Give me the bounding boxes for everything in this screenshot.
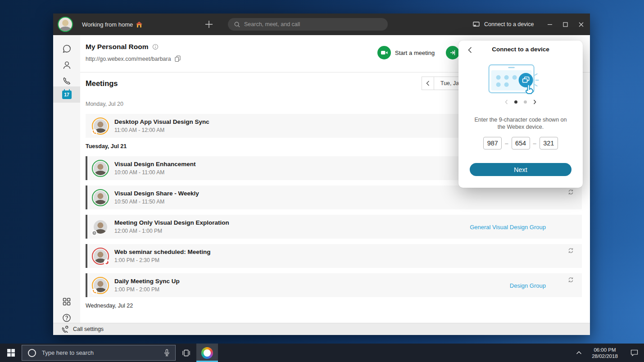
desktop: Working from home Connect to a device [0, 0, 644, 362]
meeting-title: Meeting Only Visual Design Exploration [114, 219, 229, 226]
code-segment-input[interactable] [483, 137, 502, 149]
connect-device-icon [473, 21, 480, 27]
code-dash: – [533, 140, 536, 147]
sidebar-item-meetings[interactable]: 17 [53, 86, 80, 103]
popup-title: Connect to a device [458, 46, 583, 53]
status-phone-icon [91, 289, 97, 294]
calendar-icon: 17 [62, 90, 72, 99]
apps-grid-icon [63, 298, 71, 306]
meeting-time: 12:00 AM - 1:00 PM [114, 228, 229, 234]
meeting-info: Visual Design Share - Weekly10:50 AM - 1… [114, 190, 199, 205]
meeting-title: Web seminar scheduled: Meeting [114, 249, 211, 255]
meeting-row[interactable]: Meeting Only Visual Design Exploration12… [86, 215, 582, 239]
meeting-avatar [92, 277, 109, 294]
user-avatar[interactable] [58, 17, 73, 32]
meeting-info: Visual Design Enhancement10:00 AM - 11:0… [114, 161, 196, 176]
maximize-button[interactable] [558, 14, 573, 35]
sidebar-item-apps[interactable] [53, 294, 80, 310]
webex-app-icon [201, 347, 213, 359]
info-icon[interactable] [152, 44, 159, 50]
call-settings-label: Call settings [73, 326, 104, 332]
recurring-icon [568, 189, 574, 195]
meeting-space-link[interactable]: Design Group [510, 282, 546, 289]
meeting-title: Visual Design Share - Weekly [114, 190, 199, 197]
status-text: Working from home [82, 21, 133, 28]
minimize-button[interactable] [542, 14, 558, 35]
carousel-prev-icon[interactable] [505, 100, 508, 104]
titlebar[interactable]: Working from home Connect to a device [53, 14, 590, 35]
code-instruction: Enter the 9-character code shown on the … [458, 116, 583, 131]
meeting-time: 10:50 AM - 11:50 AM [114, 199, 199, 205]
meeting-avatar [92, 248, 109, 265]
carousel-dot-active[interactable] [514, 100, 517, 104]
connect-device-popup: Connect to a device [458, 41, 583, 188]
chat-icon [62, 44, 72, 54]
windows-taskbar: Type here to search 06:00 PM 28/02/2018 [0, 344, 644, 362]
taskbar-search-box[interactable]: Type here to search [22, 345, 176, 361]
home-emoji-icon [136, 22, 142, 27]
meeting-avatar [92, 118, 109, 135]
sidebar-item-messaging[interactable] [53, 41, 80, 57]
sidebar: 17 [53, 35, 80, 323]
avatar-photo [94, 191, 107, 204]
meeting-time: 11:00 AM - 12:00 AM [114, 127, 209, 133]
search-input[interactable] [244, 21, 381, 27]
meeting-avatar [92, 218, 109, 235]
start-meeting-label: Start a meeting [395, 50, 435, 56]
personal-room-url[interactable]: http://go.webex.com/meet/barbara [86, 56, 171, 62]
taskbar-search-placeholder: Type here to search [42, 349, 159, 356]
new-action-button[interactable] [204, 19, 214, 30]
date-group-label: Wednesday, Jul 22 [86, 303, 582, 309]
task-view-button[interactable] [176, 344, 196, 362]
taskbar-clock[interactable]: 06:00 PM 28/02/2018 [585, 344, 624, 362]
meeting-title: Visual Design Enhancement [114, 161, 196, 167]
start-button[interactable] [0, 344, 22, 362]
video-camera-icon [377, 46, 391, 59]
avatar-photo [94, 162, 107, 175]
meeting-time: 1:00 PM - 2:30 PM [114, 257, 211, 263]
meeting-info: Web seminar scheduled: Meeting1:00 PM - … [114, 249, 211, 263]
user-status[interactable]: Working from home [82, 14, 142, 35]
code-segment-input[interactable] [512, 137, 530, 149]
meeting-avatar [92, 160, 109, 177]
action-center-button[interactable] [624, 344, 644, 362]
meeting-row[interactable]: Web seminar scheduled: Meeting1:00 PM - … [86, 244, 582, 268]
carousel-dot[interactable] [524, 100, 527, 104]
meeting-title: Daily Meeting Sync Up [114, 278, 180, 285]
join-meeting-button[interactable] [446, 46, 459, 59]
connect-to-device-button[interactable]: Connect to a device [473, 14, 534, 35]
prev-day-button[interactable] [422, 77, 434, 90]
connect-device-label: Connect to a device [484, 21, 534, 27]
meeting-avatar [92, 189, 109, 206]
meeting-row[interactable]: Daily Meeting Sync Up1:00 PM - 2:00 PMDe… [86, 273, 582, 297]
status-clock-icon [91, 230, 97, 236]
device-illustration [488, 61, 549, 99]
recurring-icon [568, 248, 574, 253]
meeting-space-link[interactable]: General Visual Design Group [470, 223, 546, 230]
contacts-icon [62, 60, 72, 70]
next-button[interactable]: Next [470, 163, 571, 176]
taskbar-time: 06:00 PM [594, 347, 616, 353]
windows-logo-icon [7, 349, 15, 357]
start-meeting-button[interactable]: Start a meeting [377, 46, 435, 59]
carousel-next-icon[interactable] [533, 100, 536, 104]
search-bar[interactable] [228, 18, 388, 31]
search-icon [234, 22, 240, 27]
close-button[interactable] [573, 14, 589, 35]
show-hidden-icons-button[interactable] [572, 344, 585, 362]
recurring-icon [568, 277, 574, 283]
taskbar-date: 28/02/2018 [592, 353, 618, 359]
microphone-icon[interactable] [164, 349, 170, 357]
meeting-row[interactable]: Visual Design Share - Weekly10:50 AM - 1… [86, 186, 582, 209]
illustration-carousel [458, 100, 583, 104]
call-settings-button[interactable]: Call settings [53, 323, 590, 335]
webex-taskbar-app[interactable] [196, 344, 218, 362]
copy-link-icon[interactable] [175, 55, 181, 62]
status-dnd-icon [104, 259, 109, 265]
status-phone-icon [91, 129, 97, 135]
personal-room-title: My Personal Room [86, 43, 149, 51]
code-segment-input[interactable] [540, 137, 558, 149]
call-settings-icon [61, 326, 69, 333]
meeting-info: Daily Meeting Sync Up1:00 PM - 2:00 PM [114, 278, 180, 293]
sidebar-item-contacts[interactable] [53, 57, 80, 73]
